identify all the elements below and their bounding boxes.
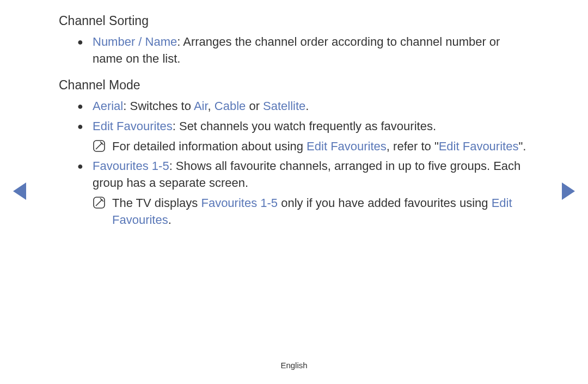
next-page-arrow-icon[interactable] xyxy=(562,182,575,200)
term-number-name: Number / Name xyxy=(93,35,177,48)
footer-language: English xyxy=(0,359,588,371)
txt: or xyxy=(246,99,263,113)
term-favourites-1-5: Favourites 1-5 xyxy=(201,196,278,210)
bullet-favourites-1-5: ● Favourites 1-5: Shows all favourite ch… xyxy=(59,158,528,192)
bullet-number-name: ● Number / Name: Arranges the channel or… xyxy=(59,34,528,68)
heading-channel-mode: Channel Mode xyxy=(59,76,528,94)
note-body: The TV displays Favourites 1-5 only if y… xyxy=(112,195,528,229)
term-aerial: Aerial xyxy=(93,99,123,113)
txt: For detailed information about using xyxy=(112,139,307,153)
txt: : Switches to xyxy=(123,99,194,113)
prev-page-arrow-icon[interactable] xyxy=(13,182,26,200)
txt: The TV displays xyxy=(112,196,201,210)
note-edit-favourites: For detailed information about using Edi… xyxy=(59,138,528,155)
term-satellite: Satellite xyxy=(263,99,305,113)
term-edit-favourites: Edit Favourites xyxy=(439,139,519,153)
bullet-body: Aerial: Switches to Air, Cable or Satell… xyxy=(93,98,528,115)
note-favourites-1-5: The TV displays Favourites 1-5 only if y… xyxy=(59,195,528,229)
bullet-icon: ● xyxy=(77,98,93,114)
note-icon xyxy=(93,195,112,209)
txt: , xyxy=(208,99,215,113)
term-edit-favourites: Edit Favourites xyxy=(307,139,387,153)
bullet-body: Favourites 1-5: Shows all favourite chan… xyxy=(93,158,528,192)
txt: only if you have added favourites using xyxy=(278,196,492,210)
term-cable: Cable xyxy=(215,99,246,113)
bullet-icon: ● xyxy=(77,158,93,174)
desc-edit-favourites: : Set channels you watch frequently as f… xyxy=(173,119,436,133)
txt: ". xyxy=(518,139,526,153)
term-air: Air xyxy=(194,99,208,113)
term-favourites-1-5: Favourites 1-5 xyxy=(93,159,169,173)
bullet-icon: ● xyxy=(77,118,93,135)
txt: . xyxy=(168,213,171,227)
heading-channel-sorting: Channel Sorting xyxy=(59,12,528,29)
bullet-aerial: ● Aerial: Switches to Air, Cable or Sate… xyxy=(59,98,528,115)
bullet-body: Number / Name: Arranges the channel orde… xyxy=(93,34,528,68)
page-content: Channel Sorting ● Number / Name: Arrange… xyxy=(0,0,588,229)
note-body: For detailed information about using Edi… xyxy=(112,138,528,155)
txt: . xyxy=(305,99,309,113)
term-edit-favourites: Edit Favourites xyxy=(93,119,173,133)
note-icon xyxy=(93,138,112,153)
bullet-edit-favourites: ● Edit Favourites: Set channels you watc… xyxy=(59,118,528,135)
txt: , refer to " xyxy=(387,139,439,153)
bullet-icon: ● xyxy=(77,34,93,50)
bullet-body: Edit Favourites: Set channels you watch … xyxy=(93,118,528,135)
